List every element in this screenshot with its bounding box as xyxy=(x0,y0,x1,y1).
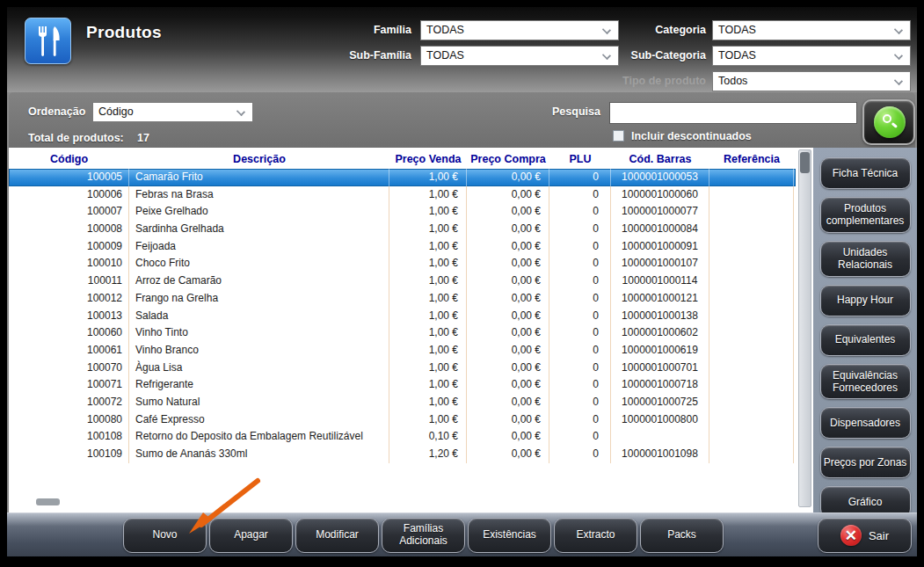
tipo-produto-select[interactable]: Todos xyxy=(712,71,911,91)
cell-cod_barras: 1000001000718 xyxy=(611,376,709,394)
screen: { "header": { "title": "Produtos", "filt… xyxy=(0,0,924,567)
cell-referencia xyxy=(709,238,794,256)
existencias-button[interactable]: Existências xyxy=(468,518,551,553)
search-input[interactable] xyxy=(609,102,857,124)
dispensadores-button[interactable]: Dispensadores xyxy=(820,407,911,439)
equivalentes-button[interactable]: Equivalentes xyxy=(820,324,911,356)
table-row[interactable]: 100007Peixe Grelhado1,00 €0,00 €01000001… xyxy=(9,203,796,221)
equivalencias-fornecedores-button[interactable]: Equivalências Fornecedores xyxy=(820,364,911,400)
cell-referencia xyxy=(709,290,794,308)
familias-adicionais-button[interactable]: Famílias Adicionais xyxy=(382,518,465,553)
cell-referencia xyxy=(709,446,794,463)
sair-button[interactable]: ✕ Sair xyxy=(818,518,912,553)
table-row[interactable]: 100011Arroz de Camarão1,00 €0,00 €010000… xyxy=(9,273,796,290)
cell-cod_barras: 1000001000725 xyxy=(611,394,709,411)
produtos-window: Produtos Família TODAS Sub-Família TODAS… xyxy=(7,7,917,556)
cell-preco_venda: 1,00 € xyxy=(389,360,467,377)
categoria-select[interactable]: TODAS xyxy=(712,20,911,40)
cell-descricao: Sumo Natural xyxy=(129,394,389,411)
cell-descricao: Sumo de Ananás 330ml xyxy=(129,446,389,463)
categoria-label: Categoria xyxy=(600,20,706,40)
cell-plu: 0 xyxy=(549,203,611,221)
cell-descricao: Frango na Grelha xyxy=(129,290,389,308)
cell-preco_compra: 0,00 € xyxy=(467,308,549,325)
produtos-complementares-button[interactable]: Produtos complementares xyxy=(820,197,911,233)
table-row[interactable]: 100013Salada1,00 €0,00 €01000001000138 xyxy=(9,308,796,325)
vertical-scrollbar-thumb[interactable] xyxy=(800,152,810,173)
app-icon xyxy=(25,18,71,64)
magnifier-icon xyxy=(883,114,891,123)
cell-preco_compra: 0,00 € xyxy=(467,394,549,411)
table-row[interactable]: 100071Refrigerante1,00 €0,00 €0100000100… xyxy=(9,376,796,394)
sub-familia-select[interactable]: TODAS xyxy=(420,46,619,66)
cell-codigo: 100012 xyxy=(9,290,129,308)
precos-por-zonas-button[interactable]: Preços por Zonas xyxy=(820,447,911,478)
cell-preco_compra: 0,00 € xyxy=(467,360,549,377)
familia-label: Família xyxy=(306,20,411,40)
table-row[interactable]: 100108Retorno do Deposito da Embalagem R… xyxy=(9,428,796,446)
vertical-scrollbar[interactable] xyxy=(798,149,811,507)
cell-cod_barras: 1000001001098 xyxy=(611,446,709,463)
cell-codigo: 100009 xyxy=(9,238,129,256)
bottom-buttons: NovoApagarModificarFamílias AdicionaisEx… xyxy=(123,518,724,553)
table-row[interactable]: 100070Àgua Lisa1,00 €0,00 €0100000100070… xyxy=(9,360,796,377)
apagar-button[interactable]: Apagar xyxy=(209,518,293,553)
happy-hour-button[interactable]: Happy Hour xyxy=(820,285,911,316)
modificar-button[interactable]: Modificar xyxy=(295,518,379,553)
cell-plu: 0 xyxy=(549,376,611,394)
table-row[interactable]: 100060Vinho Tinto1,00 €0,00 €01000001000… xyxy=(9,324,796,342)
cell-codigo: 100070 xyxy=(9,360,129,377)
products-table: CódigoDescriçãoPreço VendaPreço CompraPL… xyxy=(9,148,813,512)
column-header[interactable]: Código xyxy=(9,150,129,168)
cell-preco_compra: 0,00 € xyxy=(467,376,549,394)
unidades-relacionais-button[interactable]: Unidades Relacionais xyxy=(820,241,911,277)
cell-preco_compra: 0,00 € xyxy=(467,186,549,204)
search-button[interactable] xyxy=(862,99,915,145)
cell-referencia xyxy=(709,221,794,238)
table-row[interactable]: 100009Feijoada1,00 €0,00 €01000001000091 xyxy=(9,238,796,256)
extracto-button[interactable]: Extracto xyxy=(554,518,637,553)
cell-codigo: 100060 xyxy=(9,324,129,342)
table-row[interactable]: 100008Sardinha Grelhada1,00 €0,00 €01000… xyxy=(9,221,796,238)
column-header[interactable]: Cód. Barras xyxy=(611,150,709,168)
column-header[interactable]: Preço Venda xyxy=(389,150,467,168)
ficha-tecnica-button[interactable]: Ficha Técnica xyxy=(820,157,911,189)
cell-referencia xyxy=(709,411,794,429)
familia-select[interactable]: TODAS xyxy=(420,20,619,40)
grafico-button[interactable]: Gráfico xyxy=(820,486,911,512)
table-row[interactable]: 100006Febras na Brasa1,00 €0,00 €0100000… xyxy=(9,186,796,204)
chevron-down-icon xyxy=(894,51,903,60)
cell-descricao: Café Expresso xyxy=(129,411,389,429)
table-row[interactable]: 100010Choco Frito1,00 €0,00 €01000001000… xyxy=(9,255,796,273)
column-header[interactable]: Preço Compra xyxy=(467,150,549,168)
cell-codigo: 100005 xyxy=(9,169,129,186)
cell-descricao: Vinho Branco xyxy=(129,342,389,360)
table-row[interactable]: 100072Sumo Natural1,00 €0,00 €0100000100… xyxy=(9,394,796,411)
sub-categoria-select[interactable]: TODAS xyxy=(712,46,911,66)
table-row[interactable]: 100012Frango na Grelha1,00 €0,00 €010000… xyxy=(9,290,796,308)
horizontal-scrollbar-thumb[interactable] xyxy=(36,498,60,505)
table-row[interactable]: 100109Sumo de Ananás 330ml1,20 €0,00 €01… xyxy=(9,446,796,463)
cell-preco_venda: 1,00 € xyxy=(389,186,467,204)
cell-descricao: Feijoada xyxy=(129,238,389,256)
incluir-descontinuados-checkbox[interactable] xyxy=(613,130,624,142)
ordenacao-select[interactable]: Código xyxy=(92,102,253,122)
table-row[interactable]: 100080Café Expresso1,00 €0,00 €010000010… xyxy=(9,411,796,429)
novo-button[interactable]: Novo xyxy=(123,518,207,553)
cell-codigo: 100008 xyxy=(9,221,129,238)
cell-plu: 0 xyxy=(549,273,611,290)
cell-preco_compra: 0,00 € xyxy=(467,203,549,221)
cell-plu: 0 xyxy=(549,342,611,360)
packs-button[interactable]: Packs xyxy=(640,518,724,553)
column-header[interactable]: Referência xyxy=(709,150,794,168)
table-row[interactable]: 100061Vinho Branco1,00 €0,00 €0100000100… xyxy=(9,342,796,360)
bottom-bar: NovoApagarModificarFamílias AdicionaisEx… xyxy=(7,512,917,556)
table-body: 100005Camarão Frito1,00 €0,00 €010000010… xyxy=(9,169,796,463)
familia-value: TODAS xyxy=(426,24,464,36)
column-header[interactable]: PLU xyxy=(549,150,611,168)
table-row[interactable]: 100005Camarão Frito1,00 €0,00 €010000010… xyxy=(9,169,796,186)
chevron-down-icon xyxy=(894,25,903,34)
cell-preco_compra: 0,00 € xyxy=(467,221,549,238)
column-header[interactable]: Descrição xyxy=(129,150,389,168)
cell-descricao: Peixe Grelhado xyxy=(129,203,389,221)
